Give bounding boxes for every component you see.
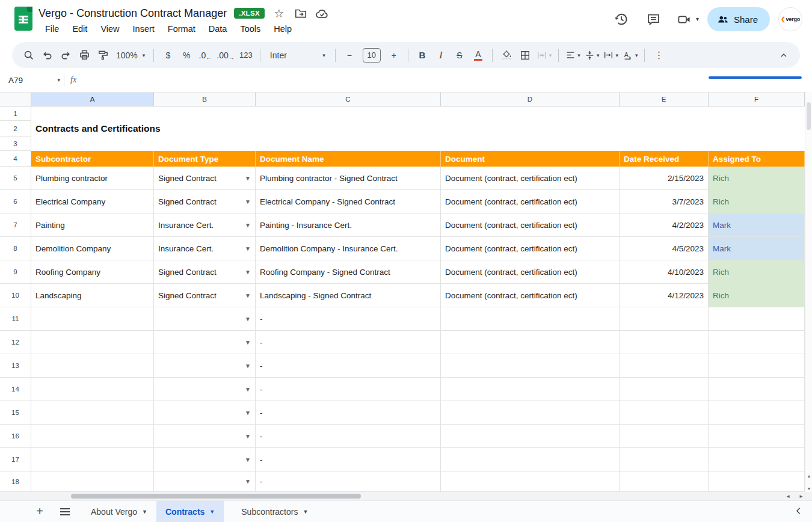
cell-D6[interactable]: Document (contract, certification ect) bbox=[441, 190, 620, 213]
dropdown-arrow-icon[interactable]: ▼ bbox=[245, 363, 251, 369]
cell-A13[interactable] bbox=[31, 354, 154, 378]
row-header-14[interactable]: 14 bbox=[0, 378, 31, 401]
menu-file[interactable]: File bbox=[41, 23, 63, 35]
cell-C8[interactable]: Demolition Company - Insurance Cert. bbox=[256, 237, 441, 260]
row-header-8[interactable]: 8 bbox=[0, 237, 31, 260]
dropdown-arrow-icon[interactable]: ▼ bbox=[245, 339, 251, 346]
version-history-button[interactable] bbox=[609, 7, 633, 31]
menu-tools[interactable]: Tools bbox=[236, 23, 265, 35]
column-header-A[interactable]: A bbox=[31, 92, 154, 106]
row-header-7[interactable]: 7 bbox=[0, 213, 31, 237]
cell-E7[interactable]: 4/2/2023 bbox=[620, 213, 709, 237]
row-header-5[interactable]: 5 bbox=[0, 167, 31, 190]
cell-C5[interactable]: Plumbing contractor - Signed Contract bbox=[256, 167, 441, 190]
more-formats-button[interactable]: 123 bbox=[237, 46, 255, 64]
text-rotation-button[interactable]: A ▾ bbox=[621, 46, 640, 64]
video-call-caret-icon[interactable]: ▾ bbox=[696, 16, 699, 22]
print-button[interactable] bbox=[75, 46, 93, 64]
cell-E6[interactable]: 3/7/2023 bbox=[620, 190, 709, 213]
cell-C13[interactable]: - bbox=[256, 354, 441, 378]
scroll-left-button[interactable]: ◄ bbox=[786, 494, 790, 499]
row-header-12[interactable]: 12 bbox=[0, 331, 31, 354]
cell-B12[interactable]: ▼ bbox=[154, 331, 256, 354]
cell-B10[interactable]: Signed Contract▼ bbox=[154, 284, 256, 307]
cell-D11[interactable] bbox=[441, 307, 620, 331]
cell-A8[interactable]: Demolition Company bbox=[31, 237, 154, 260]
vertical-scrollbar-thumb[interactable] bbox=[807, 102, 811, 130]
cell-A11[interactable] bbox=[31, 307, 154, 331]
cell-F10[interactable]: Rich bbox=[709, 284, 805, 307]
row-header-17[interactable]: 17 bbox=[0, 448, 31, 471]
column-header-F[interactable]: F bbox=[709, 92, 805, 106]
format-percent-button[interactable]: % bbox=[177, 46, 195, 64]
row-header-2[interactable]: 2 bbox=[0, 121, 31, 137]
cell-C10[interactable]: Landscaping - Signed Contract bbox=[256, 284, 441, 307]
scroll-right-button[interactable]: ► bbox=[799, 494, 804, 499]
cell-B14[interactable]: ▼ bbox=[154, 378, 256, 401]
row-header-4[interactable]: 4 bbox=[0, 151, 31, 167]
cell-C7[interactable]: Painting - Insurance Cert. bbox=[256, 213, 441, 237]
cell-D18[interactable] bbox=[441, 471, 620, 492]
cell-F8[interactable]: Mark bbox=[709, 237, 805, 260]
cell-F16[interactable] bbox=[709, 425, 805, 448]
dropdown-arrow-icon[interactable]: ▼ bbox=[245, 198, 251, 205]
move-folder-button[interactable] bbox=[294, 6, 308, 20]
dropdown-arrow-icon[interactable]: ▼ bbox=[245, 269, 251, 275]
menu-data[interactable]: Data bbox=[205, 23, 232, 35]
horizontal-scrollbar-thumb[interactable] bbox=[71, 494, 361, 499]
undo-button[interactable] bbox=[38, 46, 56, 64]
decrease-decimal-button[interactable]: .0← bbox=[196, 46, 214, 64]
cell-E16[interactable] bbox=[620, 425, 709, 448]
font-size-input[interactable]: 10 bbox=[363, 48, 381, 63]
cell-D10[interactable]: Document (contract, certification ect) bbox=[441, 284, 620, 307]
font-family-control[interactable]: Inter▾ bbox=[265, 51, 330, 60]
cell-C17[interactable]: - bbox=[256, 448, 441, 471]
text-color-button[interactable]: A bbox=[469, 46, 487, 64]
row-header-1[interactable]: 1 bbox=[0, 106, 31, 121]
share-button[interactable]: Share bbox=[707, 7, 770, 31]
increase-font-size-button[interactable]: + bbox=[385, 46, 403, 64]
cell-F13[interactable] bbox=[709, 354, 805, 378]
more-toolbar-button[interactable]: ⋮ bbox=[650, 46, 668, 64]
cell-C4[interactable]: Document Name bbox=[256, 151, 441, 167]
horizontal-align-button[interactable]: ▾ bbox=[564, 46, 582, 64]
sheet-tab-subcontractors[interactable]: Subcontractors▼ bbox=[232, 501, 317, 522]
row-header-18[interactable]: 18 bbox=[0, 471, 31, 492]
dropdown-arrow-icon[interactable]: ▼ bbox=[245, 456, 251, 463]
cell-F5[interactable]: Rich bbox=[709, 167, 805, 190]
dropdown-arrow-icon[interactable]: ▼ bbox=[245, 386, 251, 393]
cell-E14[interactable] bbox=[620, 378, 709, 401]
menu-edit[interactable]: Edit bbox=[68, 23, 91, 35]
menu-insert[interactable]: Insert bbox=[129, 23, 159, 35]
cell-F11[interactable] bbox=[709, 307, 805, 331]
italic-button[interactable]: I bbox=[432, 46, 450, 64]
cell-F4[interactable]: Assigned To bbox=[709, 151, 805, 167]
cell-D8[interactable]: Document (contract, certification ect) bbox=[441, 237, 620, 260]
menu-help[interactable]: Help bbox=[269, 23, 296, 35]
cell-A1[interactable] bbox=[31, 106, 805, 121]
cell-C11[interactable]: - bbox=[256, 307, 441, 331]
cell-A2[interactable]: Contracts and Certifications bbox=[31, 121, 805, 137]
increase-decimal-button[interactable]: .00→ bbox=[215, 46, 236, 64]
vertical-scrollbar[interactable]: ▲ ▼ bbox=[805, 92, 812, 492]
cell-A9[interactable]: Roofing Company bbox=[31, 260, 154, 284]
dropdown-arrow-icon[interactable]: ▼ bbox=[245, 175, 251, 182]
cell-E18[interactable] bbox=[620, 471, 709, 492]
row-header-9[interactable]: 9 bbox=[0, 260, 31, 284]
cell-B9[interactable]: Signed Contract▼ bbox=[154, 260, 256, 284]
cell-B16[interactable]: ▼ bbox=[154, 425, 256, 448]
cell-F18[interactable] bbox=[709, 471, 805, 492]
cell-A7[interactable]: Painting bbox=[31, 213, 154, 237]
cell-B8[interactable]: Insurance Cert.▼ bbox=[154, 237, 256, 260]
dropdown-arrow-icon[interactable]: ▼ bbox=[245, 245, 251, 252]
cell-C6[interactable]: Electrical Company - Signed Contract bbox=[256, 190, 441, 213]
cell-A6[interactable]: Electrical Company bbox=[31, 190, 154, 213]
cell-B13[interactable]: ▼ bbox=[154, 354, 256, 378]
cell-D7[interactable]: Document (contract, certification ect) bbox=[441, 213, 620, 237]
scroll-up-button[interactable]: ▲ bbox=[807, 474, 811, 478]
row-header-13[interactable]: 13 bbox=[0, 354, 31, 378]
cell-C12[interactable]: - bbox=[256, 331, 441, 354]
cell-F7[interactable]: Mark bbox=[709, 213, 805, 237]
dropdown-arrow-icon[interactable]: ▼ bbox=[245, 222, 251, 229]
cell-D9[interactable]: Document (contract, certification ect) bbox=[441, 260, 620, 284]
